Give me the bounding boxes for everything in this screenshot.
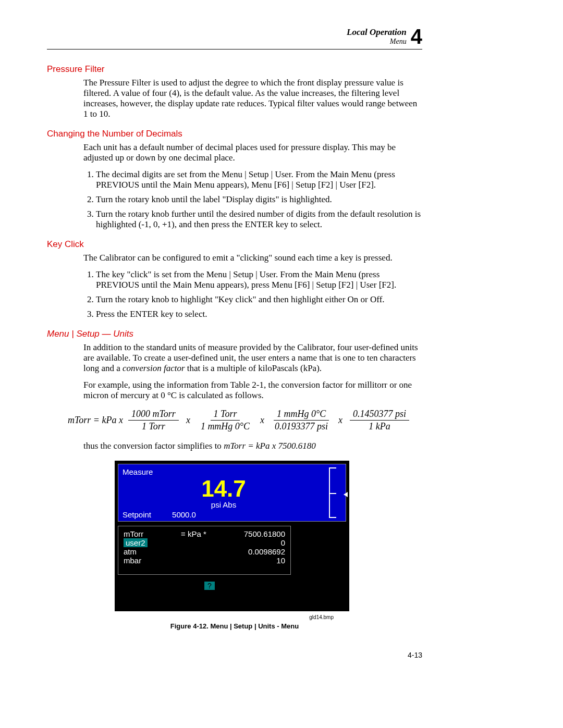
- units-para2: For example, using the information from …: [83, 380, 422, 401]
- scale-bar: [329, 467, 344, 518]
- decimals-intro: Each unit has a default number of decima…: [83, 142, 422, 163]
- eq-times: x: [184, 415, 192, 426]
- help-button[interactable]: ?: [204, 582, 215, 590]
- header-title: Local Operation: [347, 27, 407, 38]
- header-text: Local Operation Menu: [347, 27, 407, 46]
- heading-decimals: Changing the Number of Decimals: [47, 129, 422, 139]
- unit-value: 10: [276, 556, 285, 565]
- instrument-screenshot: Edit Name Measure 14.7 psi Abs Setpoint …: [115, 461, 349, 611]
- list-item: Turn the rotary knob further until the d…: [96, 209, 422, 230]
- units-para1-em: conversion factor: [123, 363, 185, 373]
- key-click-intro: The Calibrator can be configured to emit…: [83, 253, 422, 263]
- list-item: Turn the rotary knob until the label "Di…: [96, 194, 422, 205]
- unit-name: user2: [124, 538, 148, 547]
- figure-filename: gld14.bmp: [47, 614, 334, 620]
- eq-frac-3: 1 mmHg 0°C 0.0193377 psi: [272, 408, 331, 432]
- heading-pressure-filter: Pressure Filter: [47, 64, 422, 75]
- eq-frac-1: 1000 mTorr 1 Torr: [128, 408, 179, 432]
- eq-times: x: [258, 415, 266, 426]
- measure-label: Measure: [123, 467, 325, 476]
- list-item: Turn the rotary knob to highlight "Key c…: [96, 294, 422, 305]
- pointer-icon: [344, 492, 348, 497]
- kpa-header: = kPa *: [181, 529, 206, 538]
- header-subtitle: Menu: [347, 38, 407, 46]
- eq-frac-4: 0.1450377 psi 1 kPa: [350, 408, 409, 432]
- setpoint-label: Setpoint: [123, 510, 151, 519]
- decimals-steps: The decimal digits are set from the Menu…: [83, 169, 422, 230]
- list-item: The decimal digits are set from the Menu…: [96, 169, 422, 190]
- setpoint-value: 5000.0: [172, 510, 196, 519]
- heading-units: Menu | Setup — Units: [47, 329, 422, 339]
- unit-name: mTorr: [124, 529, 143, 538]
- units-para1-b: that is a multiple of kiloPascals (kPa).: [185, 363, 322, 373]
- list-item: Press the ENTER key to select.: [96, 309, 422, 319]
- units-para1: In addition to the standard units of mea…: [83, 342, 422, 374]
- unit-value: 7500.61800: [244, 529, 285, 538]
- conversion-equation: mTorr = kPa x 1000 mTorr 1 Torr x 1 Torr…: [68, 408, 422, 432]
- key-click-steps: The key "click" is set from the Menu | S…: [83, 269, 422, 319]
- unit-name: atm: [124, 547, 137, 556]
- measure-value: 14.7: [123, 477, 325, 500]
- measure-panel: Measure 14.7 psi Abs Setpoint 5000.0: [118, 464, 346, 522]
- heading-key-click: Key Click: [47, 239, 422, 250]
- units-table: = kPa * mTorr 7500.61800 user2 0 atm 0.0…: [118, 526, 291, 575]
- page-header: Local Operation Menu 4: [47, 26, 422, 50]
- eq-lhs: mTorr = kPa x: [68, 415, 123, 426]
- measure-units: psi Abs: [123, 500, 325, 509]
- figure-caption: Figure 4-12. Menu | Setup | Units - Menu: [47, 622, 422, 630]
- table-row[interactable]: atm 0.0098692: [124, 547, 285, 556]
- table-row[interactable]: user2 0: [124, 538, 285, 547]
- page-number: 4-13: [47, 651, 422, 659]
- eq-frac-2: 1 Torr 1 mmHg 0°C: [198, 408, 253, 432]
- pressure-filter-body: The Pressure Filter is used to adjust th…: [83, 78, 422, 119]
- table-row[interactable]: mbar 10: [124, 556, 285, 565]
- chapter-number: 4: [411, 26, 422, 47]
- eq-simplify: thus the conversion factor simplifies to…: [83, 441, 422, 451]
- eq-times: x: [336, 415, 345, 426]
- unit-value: 0: [281, 538, 285, 547]
- unit-value: 0.0098692: [248, 547, 285, 556]
- list-item: The key "click" is set from the Menu | S…: [96, 269, 422, 290]
- unit-name: mbar: [124, 556, 141, 565]
